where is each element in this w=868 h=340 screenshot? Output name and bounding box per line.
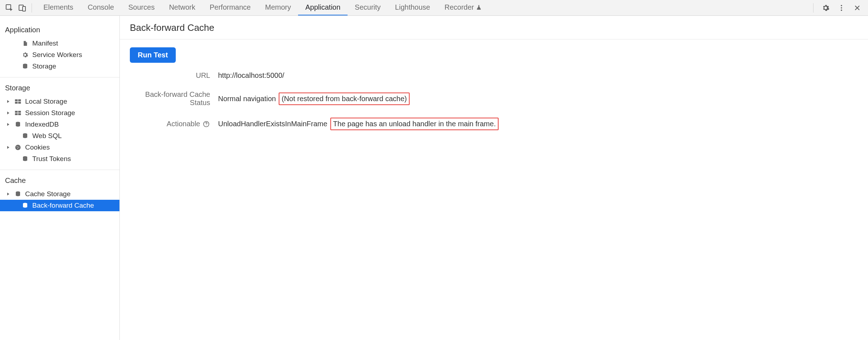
tab-recorder[interactable]: Recorder — [437, 0, 489, 15]
sidebar-item-manifest[interactable]: Manifest — [0, 38, 119, 49]
storage-icon — [14, 121, 22, 128]
value-url: http://localhost:5000/ — [218, 71, 284, 80]
value-status: Normal navigation (Not restored from bac… — [218, 93, 410, 105]
sidebar-item-label: Session Storage — [25, 109, 75, 117]
sidebar-item-bfcache[interactable]: Back-forward Cache — [0, 200, 119, 211]
close-icon — [854, 4, 861, 11]
toolbar-right — [810, 1, 865, 14]
sidebar-section-title: Cache — [0, 175, 119, 188]
settings-button[interactable] — [819, 1, 832, 14]
panel-title: Back-forward Cache — [130, 22, 858, 39]
actionable-reason: UnloadHandlerExistsInMainFrame — [218, 120, 327, 128]
sidebar-item-session-storage[interactable]: Session Storage — [0, 107, 119, 119]
tab-network[interactable]: Network — [162, 0, 202, 15]
triangle-right-icon — [6, 192, 11, 196]
sidebar-item-cache-storage[interactable]: Cache Storage — [0, 188, 119, 200]
svg-point-5 — [841, 9, 842, 11]
main-split: Application Manifest Service Workers — [0, 16, 868, 340]
sidebar-item-cookies[interactable]: Cookies — [0, 142, 119, 153]
storage-icon — [22, 155, 29, 162]
cookie-icon — [14, 144, 22, 151]
tab-console[interactable]: Console — [80, 0, 121, 15]
sidebar-item-label: Manifest — [32, 39, 58, 47]
sidebar-item-service-workers[interactable]: Service Workers — [0, 49, 119, 61]
label-actionable-text: Actionable — [167, 120, 200, 128]
sidebar-section-cache: Cache Cache Storage Back-forward Cache — [0, 170, 119, 216]
gear-icon — [22, 51, 29, 58]
sidebar-section-title: Storage — [0, 82, 119, 96]
svg-point-25 — [206, 125, 206, 126]
sidebar-item-label: Back-forward Cache — [32, 202, 94, 209]
triangle-right-icon — [6, 146, 11, 149]
sidebar-section-application: Application Manifest Service Workers — [0, 19, 119, 77]
svg-rect-14 — [18, 113, 21, 115]
sidebar-item-websql[interactable]: Web SQL — [0, 130, 119, 142]
toolbar-divider — [813, 3, 813, 13]
row-status: Back-forward Cache Status Normal navigat… — [130, 90, 858, 107]
row-actionable: Actionable UnloadHandlerExistsInMainFram… — [130, 118, 858, 130]
panel-tabstrip: Elements Console Sources Network Perform… — [36, 0, 489, 15]
tab-lighthouse[interactable]: Lighthouse — [388, 0, 437, 15]
sidebar-item-label: Local Storage — [25, 98, 67, 105]
tab-memory[interactable]: Memory — [258, 0, 298, 15]
storage-icon — [22, 202, 29, 209]
sidebar-item-indexeddb[interactable]: IndexedDB — [0, 119, 119, 130]
label-actionable: Actionable — [130, 120, 218, 128]
status-highlight: (Not restored from back-forward cache) — [279, 93, 410, 105]
devtools-toolbar: Elements Console Sources Network Perform… — [0, 0, 868, 16]
tab-sources[interactable]: Sources — [121, 0, 162, 15]
device-icon — [18, 4, 27, 12]
tab-elements[interactable]: Elements — [36, 0, 80, 15]
tab-performance[interactable]: Performance — [203, 0, 258, 15]
close-devtools-button[interactable] — [851, 1, 864, 14]
svg-rect-7 — [15, 99, 18, 101]
url-text: http://localhost:5000/ — [218, 71, 284, 80]
sidebar-item-local-storage[interactable]: Local Storage — [0, 96, 119, 107]
svg-rect-13 — [15, 113, 18, 115]
label-url: URL — [130, 71, 218, 80]
triangle-right-icon — [6, 100, 11, 103]
label-status: Back-forward Cache Status — [130, 90, 218, 107]
gear-icon — [822, 4, 830, 12]
sidebar-item-label: Cache Storage — [25, 190, 71, 198]
value-actionable: UnloadHandlerExistsInMainFrame The page … — [218, 118, 499, 130]
table-icon — [14, 98, 22, 105]
svg-point-18 — [17, 146, 18, 147]
tab-application[interactable]: Application — [298, 0, 348, 15]
inspect-button[interactable] — [3, 1, 16, 14]
sidebar-item-label: Service Workers — [32, 51, 82, 59]
sidebar-item-storage-overview[interactable]: Storage — [0, 61, 119, 72]
inspect-icon — [5, 4, 14, 12]
triangle-right-icon — [6, 111, 11, 115]
svg-rect-12 — [18, 111, 21, 113]
svg-point-17 — [15, 145, 21, 150]
status-text: Normal navigation — [218, 95, 276, 103]
storage-icon — [14, 190, 22, 198]
row-url: URL http://localhost:5000/ — [130, 71, 858, 80]
sidebar-item-trust-tokens[interactable]: Trust Tokens — [0, 153, 119, 165]
sidebar-item-label: Web SQL — [32, 132, 62, 140]
storage-icon — [22, 132, 29, 140]
svg-rect-11 — [15, 111, 18, 113]
more-menu-button[interactable] — [835, 1, 848, 14]
document-icon — [22, 40, 29, 47]
run-test-button[interactable]: Run Test — [130, 47, 176, 63]
toolbar-divider — [32, 3, 32, 13]
sidebar-section-storage: Storage Local Storage Session Storage — [0, 77, 119, 170]
svg-rect-2 — [23, 6, 25, 11]
svg-point-20 — [17, 148, 18, 148]
svg-point-3 — [841, 5, 842, 6]
triangle-right-icon — [6, 123, 11, 126]
help-icon[interactable] — [202, 120, 210, 128]
sidebar-item-label: Storage — [32, 62, 56, 70]
table-icon — [14, 109, 22, 117]
storage-icon — [22, 63, 29, 70]
bfcache-panel: Back-forward Cache Run Test URL http://l… — [120, 16, 868, 340]
divider — [120, 39, 868, 39]
actionable-highlight: The page has an unload handler in the ma… — [330, 118, 499, 130]
svg-point-4 — [841, 7, 842, 9]
tab-security[interactable]: Security — [348, 0, 388, 15]
svg-point-19 — [18, 147, 19, 147]
device-toggle-button[interactable] — [16, 1, 29, 14]
sidebar-section-title: Application — [0, 24, 119, 38]
